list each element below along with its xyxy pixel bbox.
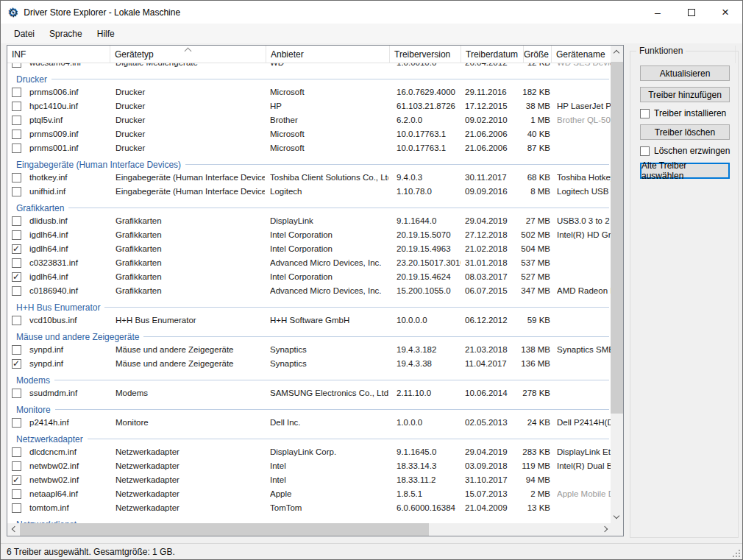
column-header-treiberdatum[interactable]: Treiberdatum	[461, 46, 524, 63]
cell-vendor: Intel Corporation	[270, 242, 388, 256]
row-checkbox[interactable]	[12, 258, 21, 268]
driver-row[interactable]: netwbw02.infNetzwerkadapterIntel18.33.14…	[7, 459, 612, 473]
driver-row[interactable]: c0186940.infGrafikkartenAdvanced Micro D…	[7, 284, 612, 298]
cell-size: 138 MB	[505, 343, 550, 357]
cell-size: 38 MB	[505, 99, 550, 113]
driver-row[interactable]: igdlh64.infGrafikkartenIntel Corporation…	[7, 242, 612, 256]
group-label: Monitore	[16, 405, 51, 415]
driver-row[interactable]: vcd10bus.infH+H Bus EnumeratorH+H Softwa…	[7, 313, 612, 327]
cell-vendor: TomTom	[270, 501, 388, 515]
row-checkbox[interactable]	[12, 216, 21, 226]
row-checkbox-checked[interactable]	[12, 244, 21, 254]
column-header-inf[interactable]: INF	[7, 46, 110, 63]
cell-device	[557, 141, 612, 155]
row-checkbox[interactable]	[12, 102, 21, 111]
cell-inf: netwbw02.inf	[29, 473, 107, 487]
driver-row[interactable]: ssudmdm.infModemsSAMSUNG Electronics Co.…	[7, 386, 612, 400]
driver-row[interactable]: prnms009.infDruckerMicrosoft10.0.17763.1…	[7, 127, 612, 141]
resize-grip-icon[interactable]	[731, 548, 740, 557]
minimize-button[interactable]: –	[641, 1, 675, 24]
close-button[interactable]: ×	[708, 1, 742, 24]
cell-type: Digitale Mediengeräte	[115, 63, 265, 70]
scrollbar-corner	[611, 523, 623, 536]
driver-row[interactable]: thotkey.infEingabegeräte (Human Interfac…	[7, 171, 612, 185]
checkbox-icon	[640, 109, 650, 118]
group-label: Netzwerkadapter	[16, 434, 83, 444]
driver-row[interactable]: prnms001.infDruckerMicrosoft10.0.17763.1…	[7, 141, 612, 155]
row-checkbox[interactable]	[12, 345, 21, 355]
driver-row[interactable]: ptql5v.infDruckerBrother6.2.0.009.02.201…	[7, 113, 612, 127]
cell-version: 16.0.7629.4000	[397, 85, 461, 99]
column-header-treiberversion[interactable]: Treiberversion	[390, 46, 461, 63]
row-checkbox[interactable]	[12, 389, 21, 398]
driver-row[interactable]: synpd.infMäuse und andere ZeigegeräteSyn…	[7, 357, 612, 371]
add-driver-button[interactable]: Treiber hinzufügen	[640, 87, 730, 102]
driver-row[interactable]: synpd.infMäuse und andere ZeigegeräteSyn…	[7, 343, 612, 357]
install-driver-checkbox[interactable]: Treiber installieren	[640, 108, 726, 118]
cell-vendor: Microsoft	[270, 127, 388, 141]
driver-row[interactable]: netwbw02.infNetzwerkadapterIntel18.33.11…	[7, 473, 612, 487]
cell-device: HP LaserJet Pro	[557, 99, 612, 113]
driver-row[interactable]: tomtom.infNetzwerkadapterTomTom6.0.6000.…	[7, 501, 612, 515]
select-old-drivers-button[interactable]: Alte Treiber auswählen	[640, 163, 730, 179]
cell-size: 59 KB	[505, 313, 550, 327]
install-driver-label: Treiber installieren	[654, 108, 726, 118]
row-checkbox[interactable]	[12, 173, 21, 182]
row-checkbox[interactable]	[12, 286, 21, 296]
row-checkbox[interactable]	[12, 461, 21, 471]
row-checkbox[interactable]	[12, 418, 21, 428]
driver-row[interactable]: unifhid.infEingabegeräte (Human Interfac…	[7, 185, 612, 199]
driver-row[interactable]: igdlh64.infGrafikkartenIntel Corporation…	[7, 270, 612, 284]
maximize-icon	[688, 9, 695, 16]
row-checkbox[interactable]	[12, 88, 21, 97]
horizontal-scroll-thumb[interactable]	[20, 523, 429, 536]
horizontal-scrollbar[interactable]	[7, 523, 612, 536]
maximize-button[interactable]	[675, 1, 708, 24]
group-label: Grafikkarten	[16, 203, 64, 213]
row-checkbox[interactable]	[12, 187, 21, 196]
cell-inf: c0186940.inf	[29, 284, 107, 298]
row-checkbox[interactable]	[12, 116, 21, 125]
menu-hilfe[interactable]: Hilfe	[90, 26, 122, 42]
vertical-scrollbar[interactable]	[611, 46, 623, 523]
delete-driver-button[interactable]: Treiber löschen	[640, 124, 730, 140]
cell-device: Logitech USB In	[557, 185, 612, 199]
row-checkbox-checked[interactable]	[12, 475, 21, 485]
scroll-left-button[interactable]	[7, 523, 20, 536]
minimize-icon: –	[655, 7, 661, 18]
driver-row[interactable]: hpc1410u.infDruckerHP61.103.21.872617.12…	[7, 99, 612, 113]
force-delete-checkbox[interactable]: Löschen erzwingen	[640, 146, 730, 156]
driver-row[interactable]: wdcsam64.infDigitale MediengeräteWD1.0.0…	[7, 63, 612, 70]
row-checkbox[interactable]	[12, 447, 21, 457]
driver-row[interactable]: dlcdcncm.infNetzwerkadapterDisplayLink C…	[7, 445, 612, 459]
scroll-up-button[interactable]	[611, 46, 623, 58]
driver-row[interactable]: c0323831.infGrafikkartenAdvanced Micro D…	[7, 256, 612, 270]
row-checkbox[interactable]	[12, 130, 21, 139]
cell-vendor: Toshiba Client Solutions Co., Ltd.	[270, 171, 388, 185]
cell-version: 10.0.17763.1	[397, 127, 461, 141]
menu-sprache[interactable]: Sprache	[42, 26, 90, 42]
row-checkbox[interactable]	[12, 489, 21, 499]
row-checkbox[interactable]	[12, 503, 21, 513]
column-header-gr-e[interactable]: Größe	[524, 46, 552, 63]
partially-scrolled-row[interactable]: wdcsam64.infDigitale MediengeräteWD1.0.0…	[7, 63, 612, 70]
driver-row[interactable]: prnms006.infDruckerMicrosoft16.0.7629.40…	[7, 85, 612, 99]
cell-vendor: SAMSUNG Electronics Co., Ltd.	[270, 386, 388, 400]
scroll-down-button[interactable]	[611, 511, 623, 523]
driver-row[interactable]: p2414h.infMonitoreDell Inc.1.0.0.002.05.…	[7, 416, 612, 430]
column-header-anbieter[interactable]: Anbieter	[266, 46, 390, 63]
driver-row[interactable]: dlidusb.infGrafikkartenDisplayLink9.1.16…	[7, 214, 612, 228]
driver-row[interactable]: netaapl64.infNetzwerkadapterApple1.8.5.1…	[7, 487, 612, 501]
row-checkbox[interactable]	[12, 316, 21, 325]
row-checkbox[interactable]	[12, 63, 21, 68]
vertical-scroll-thumb[interactable]	[611, 62, 623, 414]
row-checkbox[interactable]	[12, 230, 21, 240]
menu-datei[interactable]: Datei	[7, 26, 42, 42]
driver-row[interactable]: igdlh64.infGrafikkartenIntel Corporation…	[7, 228, 612, 242]
row-checkbox[interactable]	[12, 143, 21, 153]
refresh-button[interactable]: Aktualisieren	[640, 65, 730, 81]
cell-device: Apple Mobile De	[557, 487, 612, 501]
cell-size: 283 KB	[505, 445, 550, 459]
row-checkbox-checked[interactable]	[12, 359, 21, 369]
row-checkbox-checked[interactable]	[12, 272, 21, 282]
